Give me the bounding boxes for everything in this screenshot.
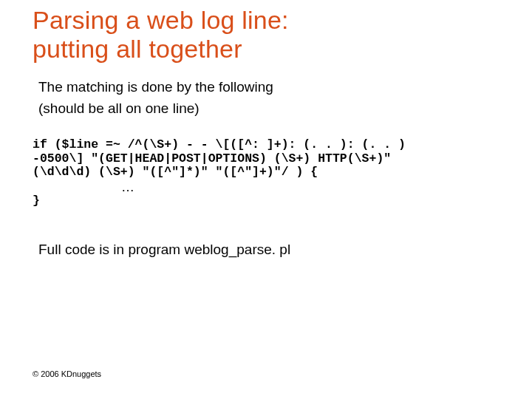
lead-line-2: (should be all on one line) [38, 98, 532, 120]
code-block: if ($line =~ /^(\S+) - - \[([^: ]+): (. … [0, 119, 532, 208]
slide: Parsing a web log line: putting all toge… [0, 0, 532, 399]
code-line-3: (\d\d\d) (\S+) "([^"]*)" "([^"]+)"/ ) { [33, 165, 318, 179]
code-ellipsis: … [33, 180, 502, 194]
footer-copyright: © 2006 KDnuggets [33, 369, 101, 378]
code-line-2: -0500\] "(GET|HEAD|POST|OPTIONS) (\S+) H… [33, 151, 391, 166]
lead-line-1: The matching is done by the following [38, 77, 532, 98]
code-line-1: if ($line =~ /^(\S+) - - \[([^: ]+): (. … [33, 137, 406, 151]
full-code-note: Full code is in program weblog_parse. pl [0, 208, 532, 258]
title-line-1: Parsing a web log line: [33, 6, 289, 34]
body-text: The matching is done by the following (s… [0, 64, 532, 119]
title-line-2: putting all together [33, 35, 242, 63]
code-close-brace: } [33, 194, 502, 208]
page-title: Parsing a web log line: putting all toge… [0, 0, 532, 64]
